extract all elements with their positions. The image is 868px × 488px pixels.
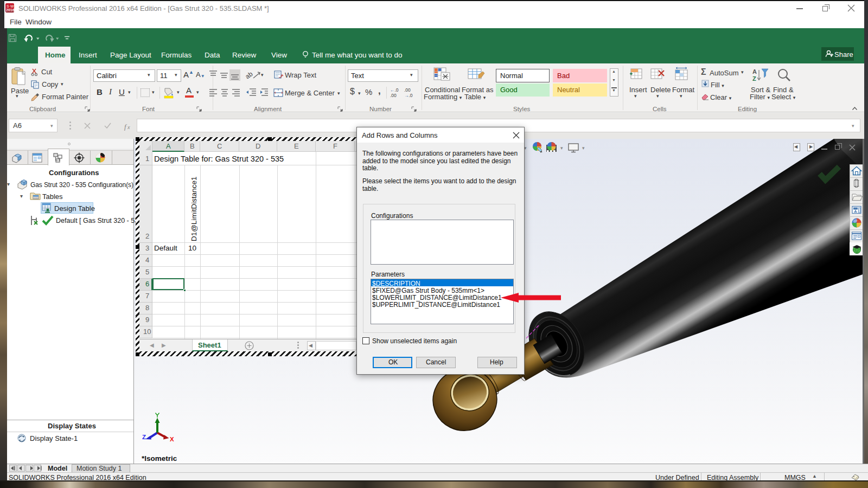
svg-text:Z: Z	[752, 75, 756, 82]
svg-text:ab: ab	[244, 70, 254, 80]
svg-text:X: X	[170, 436, 174, 442]
svg-text:A: A	[752, 68, 757, 75]
svg-text:x: x	[127, 125, 130, 130]
svg-text:Z: Z	[142, 434, 146, 440]
